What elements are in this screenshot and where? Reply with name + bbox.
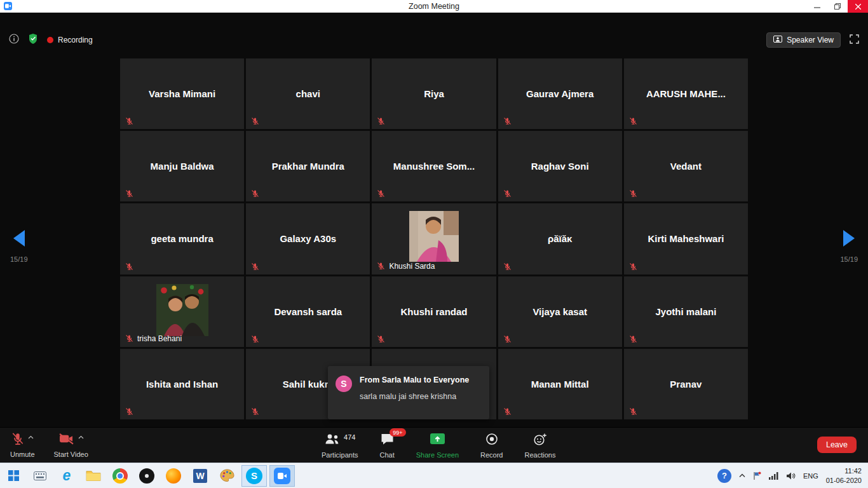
chat-button[interactable]: 99+ Chat: [379, 433, 394, 459]
window-title: Zoom Meeting: [0, 2, 868, 11]
muted-mic-icon: [125, 117, 133, 125]
participant-tile[interactable]: Ishita and Ishan: [120, 349, 244, 419]
participant-tile[interactable]: geeta mundra: [120, 203, 244, 274]
clock-time: 11:42: [826, 466, 862, 476]
participant-tile[interactable]: Vedant: [624, 131, 748, 201]
participant-tile[interactable]: Galaxy A30s: [246, 203, 370, 274]
file-explorer-icon[interactable]: [80, 463, 107, 488]
chat-icon: 99+: [380, 433, 395, 448]
speaker-view-button[interactable]: Speaker View: [766, 32, 841, 48]
paint-icon[interactable]: [214, 463, 240, 488]
zoom-window: Zoom Meeting Recording: [0, 0, 868, 488]
chat-notification[interactable]: S From Sarla Malu to Everyone sarla malu…: [328, 366, 489, 419]
participant-tile[interactable]: Jyothi malani: [624, 276, 748, 347]
participant-name: Manju Baldwa: [120, 131, 244, 201]
participant-tile[interactable]: Vijaya kasat: [498, 276, 622, 347]
internet-explorer-icon[interactable]: e: [53, 463, 80, 488]
show-hidden-icons-chevron[interactable]: [739, 473, 745, 478]
participant-name: Raghav Soni: [498, 131, 622, 201]
defender-flag-icon[interactable]: [753, 471, 761, 480]
previous-page-control[interactable]: 15/19: [10, 230, 28, 263]
participant-name: chavi: [246, 58, 370, 129]
record-button[interactable]: Record: [480, 433, 503, 459]
word-icon[interactable]: W: [187, 463, 214, 488]
record-icon: [485, 433, 498, 448]
participant-tile[interactable]: Pranav: [624, 349, 748, 419]
meeting-toolbar: Recording Speaker View: [0, 25, 868, 55]
video-off-icon: [58, 432, 74, 448]
unmute-options-chevron[interactable]: [28, 430, 34, 442]
participant-tile[interactable]: Varsha Mimani: [120, 58, 244, 129]
participant-name: Galaxy A30s: [246, 203, 370, 274]
participants-button[interactable]: 474 Participants: [322, 433, 358, 459]
participant-tile[interactable]: ρӑϊӑκ: [498, 203, 622, 274]
participant-tile[interactable]: Manju Baldwa: [120, 131, 244, 201]
muted-mic-icon: [251, 407, 259, 416]
meeting-control-bar: Unmute Start Video 474: [0, 427, 868, 463]
participants-count: 474: [344, 433, 355, 441]
participant-name: Riya: [372, 58, 496, 129]
share-screen-label: Share Screen: [416, 451, 459, 459]
participant-name: Devansh sarda: [246, 276, 370, 347]
previous-page-arrow-icon[interactable]: [13, 230, 25, 247]
participant-tile[interactable]: Manan Mittal: [498, 349, 622, 419]
muted-mic-icon: [377, 189, 385, 198]
muted-mic-icon: [503, 262, 512, 271]
page-indicator-right: 15/19: [840, 255, 858, 263]
participant-name: Khushi Sarda: [389, 262, 435, 271]
leave-button[interactable]: Leave: [817, 437, 857, 453]
unmute-button[interactable]: Unmute: [10, 432, 35, 458]
participant-grid: Varsha MimanichaviRiyaGaurav AjmeraAARUS…: [120, 58, 748, 419]
zoom-taskbar-icon[interactable]: [269, 465, 295, 487]
muted-mic-icon: [503, 407, 512, 416]
skype-icon[interactable]: S: [241, 465, 267, 487]
participant-tile[interactable]: Riya: [372, 58, 496, 129]
video-options-chevron[interactable]: [78, 430, 84, 442]
participant-name: Manan Mittal: [498, 349, 622, 419]
start-video-button[interactable]: Start Video: [54, 432, 88, 458]
reactions-button[interactable]: Reactions: [524, 433, 555, 459]
muted-mic-icon: [251, 262, 259, 271]
participant-video-frame: [156, 284, 208, 339]
taskbar-clock[interactable]: 11:42 01-06-2020: [826, 466, 862, 485]
next-page-control[interactable]: 15/19: [840, 230, 858, 263]
muted-mic-icon: [503, 189, 512, 198]
participant-name: Ishita and Ishan: [120, 349, 244, 419]
touch-keyboard-icon[interactable]: [27, 463, 53, 488]
participant-tile[interactable]: Khushi Sarda: [372, 203, 496, 274]
start-video-label: Start Video: [54, 451, 88, 458]
muted-mic-icon: [377, 335, 385, 343]
encryption-shield-icon[interactable]: [28, 33, 38, 47]
share-screen-button[interactable]: Share Screen: [416, 433, 459, 459]
chrome-icon[interactable]: [107, 463, 133, 488]
muted-mic-icon: [125, 262, 133, 271]
language-indicator[interactable]: ENG: [803, 472, 818, 480]
unmute-label: Unmute: [10, 451, 35, 458]
muted-mic-icon: [377, 117, 385, 125]
participant-tile[interactable]: AARUSH MAHE...: [624, 58, 748, 129]
media-player-icon[interactable]: [133, 463, 160, 488]
muted-mic-icon: [251, 335, 259, 343]
participant-tile[interactable]: Manushree Som...: [372, 131, 496, 201]
info-icon[interactable]: [9, 34, 19, 46]
reactions-icon: [533, 433, 547, 448]
participant-name: ρӑϊӑκ: [498, 203, 622, 274]
participant-name: Gaurav Ajmera: [498, 58, 622, 129]
speaker-icon[interactable]: [786, 472, 796, 480]
participant-tile[interactable]: Prakhar Mundra: [246, 131, 370, 201]
firefox-icon[interactable]: [160, 463, 187, 488]
participant-tile[interactable]: Devansh sarda: [246, 276, 370, 347]
participant-tile[interactable]: Khushi randad: [372, 276, 496, 347]
network-signal-icon[interactable]: [769, 472, 778, 480]
start-button[interactable]: [0, 463, 27, 488]
get-help-icon[interactable]: ?: [717, 469, 731, 483]
participant-tile[interactable]: Kirti Maheshwari: [624, 203, 748, 274]
participant-tile[interactable]: Gaurav Ajmera: [498, 58, 622, 129]
reactions-label: Reactions: [524, 451, 555, 459]
participant-tile[interactable]: chavi: [246, 58, 370, 129]
participant-tile[interactable]: Raghav Soni: [498, 131, 622, 201]
fullscreen-icon[interactable]: [850, 34, 859, 46]
next-page-arrow-icon[interactable]: [843, 230, 855, 247]
title-bar: Zoom Meeting: [0, 0, 868, 13]
participant-tile[interactable]: trisha Behani: [120, 276, 244, 347]
